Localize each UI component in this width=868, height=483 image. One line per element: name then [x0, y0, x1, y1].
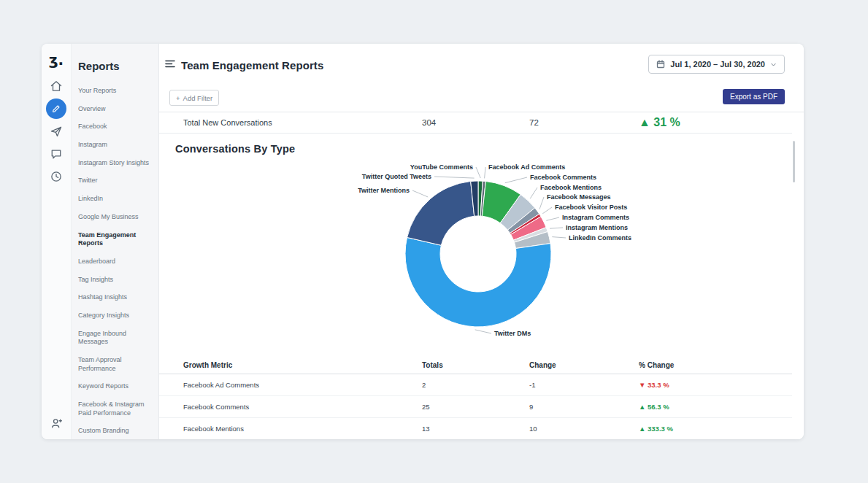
sidebar-item-team-approval-performance[interactable]: Team Approval Performance — [78, 356, 155, 373]
chart-label-facebook-mentions: Facebook Mentions — [540, 184, 602, 191]
leader-line-youtube-comments — [476, 167, 480, 178]
totals-cell: 25 — [422, 403, 529, 411]
chart-label-facebook-messages: Facebook Messages — [547, 193, 611, 201]
calendar-icon — [656, 60, 665, 69]
add-filter-label: Add Filter — [183, 94, 213, 102]
scrollbar-thumb[interactable] — [793, 141, 795, 182]
pct-cell: ▼ 33.3 % — [639, 381, 792, 389]
compose-icon[interactable] — [46, 98, 66, 119]
chevron-down-icon — [770, 61, 777, 68]
sidebar-item-instagram[interactable]: Instagram — [78, 141, 155, 150]
growth-metric-table: Growth Metric Totals Change % Change Fac… — [159, 356, 792, 439]
leader-line-instagram-mentions — [550, 228, 563, 228]
conversations-donut-chart: YouTube CommentsFacebook Ad CommentsFace… — [294, 159, 659, 347]
sidebar-item-tag-insights[interactable]: Tag Insights — [78, 276, 155, 285]
table-row-facebook-ad-comments: Facebook Ad Comments2-1▼ 33.3 % — [159, 374, 792, 396]
leader-line-twitter-mentions — [412, 190, 428, 197]
chart-label-twitter-quoted-tweets: Twitter Quoted Tweets — [362, 173, 431, 180]
sidebar-item-team-engagement-reports[interactable]: Team Engagement Reports — [78, 231, 155, 248]
reports-sidebar: Reports Your ReportsOverviewFacebookInst… — [72, 44, 159, 439]
summary-pct-change: ▲ 31 % — [639, 116, 792, 129]
metric-cell: Facebook Ad Comments — [183, 381, 422, 389]
summary-totals: 304 — [422, 118, 529, 127]
publish-icon[interactable] — [46, 121, 66, 142]
donut-slice-twitter-mentions[interactable] — [407, 182, 475, 246]
sidebar-item-facebook-instagram-paid-performance[interactable]: Facebook & Instagram Paid Performance — [78, 401, 155, 417]
leader-line-instagram-comments — [546, 217, 559, 220]
chart-label-twitter-dms: Twitter DMs — [494, 330, 531, 337]
leader-line-facebook-ad-comments — [485, 167, 485, 178]
leader-line-facebook-messages — [539, 197, 544, 209]
menu-icon[interactable] — [165, 58, 175, 72]
table-header-row: Growth Metric Totals Change % Change — [159, 356, 792, 374]
chart-label-facebook-ad-comments: Facebook Ad Comments — [488, 163, 565, 171]
chart-label-linkedin-comments: LinkedIn Comments — [569, 234, 631, 242]
sidebar-item-google-my-business[interactable]: Google My Business — [78, 213, 155, 222]
sidebar-item-custom-branding[interactable]: Custom Branding — [78, 427, 155, 436]
metric-cell: Facebook Mentions — [183, 425, 422, 433]
leader-line-facebook-mentions — [530, 188, 537, 198]
table-row-facebook-mentions: Facebook Mentions1310▲ 333.3 % — [159, 418, 792, 439]
sidebar-item-category-insights[interactable]: Category Insights — [78, 312, 155, 320]
plus-icon: + — [176, 94, 180, 102]
chart-label-instagram-comments: Instagram Comments — [562, 214, 629, 221]
home-icon[interactable] — [46, 76, 66, 96]
icon-rail: ʒ. — [42, 44, 72, 439]
main-content: Team Engagement Reports Jul 1, 2020 – Ju… — [159, 44, 804, 439]
totals-cell: 2 — [422, 381, 529, 389]
change-cell: 10 — [529, 425, 639, 433]
sidebar-item-your-reports[interactable]: Your Reports — [78, 87, 155, 96]
invite-user-icon[interactable] — [46, 413, 66, 433]
sidebar-item-twitter[interactable]: Twitter — [78, 177, 155, 185]
app-logo-icon: ʒ. — [42, 51, 71, 69]
app-window: ʒ. Reports Your ReportsO — [42, 44, 804, 439]
change-cell: -1 — [529, 381, 639, 389]
summary-metric-label: Total New Conversations — [183, 118, 422, 127]
sidebar-item-overview[interactable]: Overview — [78, 105, 155, 114]
date-range-picker[interactable]: Jul 1, 2020 – Jul 30, 2020 — [648, 55, 785, 74]
sidebar-item-hashtag-insights[interactable]: Hashtag Insights — [78, 293, 155, 302]
change-cell: 9 — [529, 403, 639, 411]
sidebar-title: Reports — [78, 60, 155, 72]
totals-cell: 13 — [422, 425, 529, 433]
pct-cell: ▲ 333.3 % — [639, 425, 792, 433]
clock-icon[interactable] — [46, 166, 66, 187]
sidebar-item-linkedin[interactable]: LinkedIn — [78, 195, 155, 204]
sidebar-item-facebook[interactable]: Facebook — [78, 123, 155, 131]
summary-row: Total New Conversations 304 72 ▲ 31 % — [159, 112, 792, 134]
col-header-pct-change: % Change — [639, 361, 792, 369]
chart-label-facebook-comments: Facebook Comments — [530, 174, 596, 181]
filter-toolbar: + Add Filter Export as PDF — [159, 85, 804, 112]
leader-line-facebook-comments — [505, 177, 527, 183]
sidebar-list: Your ReportsOverviewFacebookInstagramIns… — [78, 87, 155, 436]
sidebar-item-keyword-reports[interactable]: Keyword Reports — [78, 382, 155, 391]
table-row-facebook-comments: Facebook Comments259▲ 56.3 % — [159, 396, 792, 418]
metric-cell: Facebook Comments — [183, 403, 422, 411]
sidebar-item-leaderboard[interactable]: Leaderboard — [78, 258, 155, 266]
leader-line-twitter-dms — [475, 330, 491, 333]
col-header-growth-metric: Growth Metric — [183, 361, 422, 369]
table-body: Facebook Ad Comments2-1▼ 33.3 %Facebook … — [159, 374, 792, 439]
sidebar-item-instagram-story-insights[interactable]: Instagram Story Insights — [78, 159, 155, 168]
date-range-value: Jul 1, 2020 – Jul 30, 2020 — [670, 60, 765, 69]
chart-label-twitter-mentions: Twitter Mentions — [358, 187, 410, 194]
messages-icon[interactable] — [46, 144, 66, 164]
col-header-change: Change — [529, 361, 639, 369]
leader-line-facebook-visitor-posts — [542, 207, 552, 214]
section-title: Conversations By Type — [175, 143, 295, 155]
sidebar-item-engage-inbound-messages[interactable]: Engage Inbound Messages — [78, 330, 155, 347]
rail-nav — [42, 76, 71, 187]
chart-label-instagram-mentions: Instagram Mentions — [566, 224, 628, 231]
summary-change: 72 — [529, 118, 639, 127]
leader-line-linkedin-comments — [552, 237, 566, 238]
chart-label-youtube-comments: YouTube Comments — [410, 163, 473, 171]
col-header-totals: Totals — [422, 361, 529, 369]
chart-label-facebook-visitor-posts: Facebook Visitor Posts — [555, 204, 627, 211]
leader-line-twitter-quoted-tweets — [434, 177, 475, 178]
donut-slice-twitter-dms[interactable] — [405, 237, 551, 327]
page-title: Team Engagement Reports — [181, 59, 323, 72]
export-pdf-button[interactable]: Export as PDF — [723, 89, 785, 104]
pct-cell: ▲ 56.3 % — [639, 403, 792, 411]
add-filter-button[interactable]: + Add Filter — [169, 90, 219, 106]
